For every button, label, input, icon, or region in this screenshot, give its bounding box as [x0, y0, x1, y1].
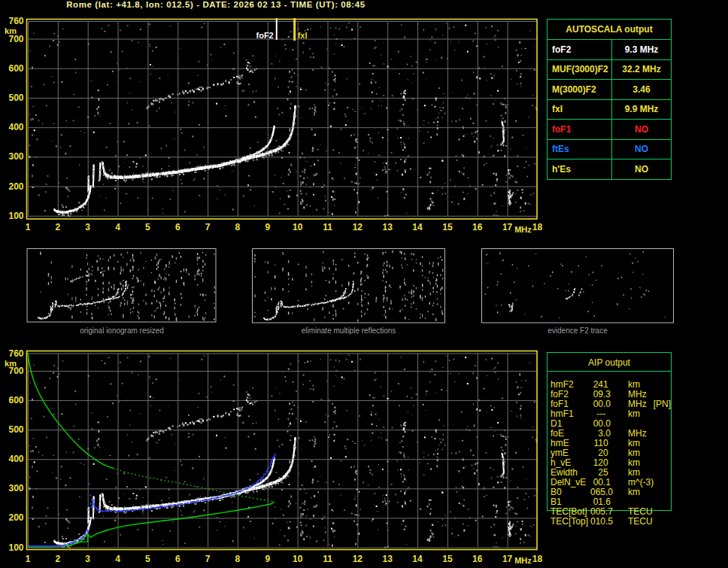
svg-text:7: 7 — [205, 554, 211, 564]
aip-parameter-value: 25 — [590, 467, 611, 478]
aip-parameter-name: hmE — [551, 438, 590, 448]
aip-parameter-value: 09.3 — [590, 389, 611, 399]
svg-text:3: 3 — [85, 222, 90, 232]
foF2-marker-label: foF2 — [256, 31, 274, 40]
aip-parameter-unit: TECU — [611, 506, 653, 517]
svg-text:12: 12 — [353, 222, 363, 232]
svg-text:100: 100 — [8, 542, 23, 553]
aip-parameter-name: ymE — [551, 448, 590, 458]
svg-text:1: 1 — [26, 554, 31, 564]
svg-text:500: 500 — [8, 424, 23, 435]
aip-parameter-unit: km — [611, 457, 640, 468]
fxI-marker-line — [293, 18, 296, 41]
aip-parameter-unit: km — [611, 379, 640, 390]
electron-density-profile — [114, 468, 275, 502]
svg-text:14: 14 — [412, 222, 423, 232]
foF2-value: 9.3 MHz — [612, 40, 671, 59]
svg-text:4: 4 — [115, 222, 120, 232]
fxI-value: 9.9 MHz — [612, 100, 671, 120]
svg-text:7: 7 — [205, 222, 211, 232]
svg-text:14: 14 — [412, 554, 423, 564]
thumbnail-f2_only — [482, 249, 674, 323]
svg-text:6: 6 — [175, 554, 180, 564]
autoscala-table-title: AUTOSCALA output — [548, 20, 671, 40]
autoscala-output-table: AUTOSCALA output foF2 9.3 MHz MUF(3000)F… — [547, 19, 672, 180]
svg-text:8: 8 — [235, 222, 241, 232]
table-row-ftEs: ftEs NO — [548, 140, 671, 160]
aip-parameter-name: foF1 — [551, 399, 590, 409]
thumbnail-no_multiples — [253, 249, 445, 323]
aip-parameter-unit: MHz — [611, 389, 647, 399]
aip-row-h_vE: h_vE120 km — [551, 457, 671, 467]
svg-text:13: 13 — [383, 554, 393, 564]
aip-row-hmF1: hmF1--- km — [551, 409, 671, 418]
svg-text:300: 300 — [8, 483, 23, 494]
svg-text:300: 300 — [8, 151, 23, 162]
svg-text:9: 9 — [265, 222, 270, 232]
foF2-marker-line — [276, 18, 278, 40]
svg-text:5: 5 — [145, 222, 150, 232]
svg-text:16: 16 — [472, 222, 483, 232]
aip-row-D1: D100.0 — [551, 418, 671, 428]
svg-text:600: 600 — [8, 395, 23, 405]
svg-text:16: 16 — [472, 554, 483, 564]
aip-parameter-value: 120 — [590, 457, 611, 468]
aip-parameter-flag: [PN] — [647, 399, 671, 409]
aip-parameter-name: foE — [551, 428, 590, 439]
foF1-value: NO — [612, 120, 671, 139]
aip-parameter-name: h_vE — [551, 457, 590, 468]
ftEs-value: NO — [612, 140, 671, 159]
svg-text:MHz: MHz — [514, 556, 532, 565]
MUF3000F2-label: MUF(3000)F2 — [548, 60, 612, 80]
aip-parameter-name: B1 — [551, 497, 590, 507]
aip-title-separator — [547, 371, 672, 372]
svg-text:6: 6 — [175, 222, 180, 232]
aip-parameter-value: 110 — [590, 438, 611, 448]
aip-row-Ewidth: Ewidth25 km — [551, 467, 671, 477]
svg-text:9: 9 — [265, 554, 270, 564]
aip-row-B0: B0065.0km — [551, 487, 671, 497]
svg-text:12: 12 — [353, 554, 363, 564]
svg-text:200: 200 — [8, 181, 23, 192]
aip-parameter-name: D1 — [551, 418, 590, 429]
table-row-fxI: fxI 9.9 MHz — [548, 100, 671, 120]
svg-text:500: 500 — [8, 93, 23, 103]
foF1-label: foF1 — [548, 120, 612, 139]
aip-parameter-unit: MHz — [611, 428, 647, 439]
aip-parameter-value: --- — [590, 409, 611, 419]
svg-text:10: 10 — [293, 222, 303, 232]
aip-row-foF2: foF209.3MHz — [551, 389, 671, 399]
svg-text:1: 1 — [26, 222, 31, 232]
svg-text:8: 8 — [235, 554, 241, 564]
fxI-label: fxI — [548, 100, 612, 120]
aip-parameter-value: 005.7 — [590, 506, 611, 517]
aip-row-B1: B101.6 — [551, 497, 671, 506]
aip-parameter-unit: km — [611, 467, 640, 478]
fxI-marker-label: fxI — [298, 31, 308, 40]
aip-parameter-name: TEC[Bot] — [551, 506, 590, 517]
aip-parameter-name: TEC[Top] — [551, 516, 590, 527]
top-plot-group: foF2fxI760700600500400300200100km1234567… — [5, 16, 542, 234]
thumbnail-caption-eliminate: eliminate multiple reflections — [252, 327, 445, 336]
aip-parameter-unit: km — [611, 409, 640, 419]
aip-parameter-value: 3.0 — [590, 428, 611, 439]
aip-parameter-unit: km — [611, 438, 640, 448]
aip-row-TECBot: TEC[Bot]005.7TECU — [551, 506, 671, 516]
svg-text:15: 15 — [442, 554, 453, 564]
svg-text:2: 2 — [56, 554, 61, 564]
aip-parameter-value: 065.0 — [590, 487, 611, 497]
aip-parameter-name: Ewidth — [551, 467, 590, 478]
aip-row-hmF2: hmF2241 km — [551, 379, 671, 389]
aip-parameter-name: B0 — [551, 487, 590, 497]
M3000F2-value: 3.46 — [612, 80, 671, 99]
aip-row-hmE: hmE110 km — [551, 438, 671, 448]
aip-parameter-value: 241 — [590, 379, 611, 390]
aip-parameter-unit: km — [611, 487, 640, 497]
aip-parameter-value: 01.6 — [590, 497, 611, 507]
page-title: Rome (lat: +41.8, lon: 012.5) - DATE: 20… — [0, 0, 432, 9]
svg-text:11: 11 — [323, 554, 332, 564]
svg-text:200: 200 — [8, 512, 23, 523]
bottom-ionogram-plot: 760700600500400300200100km12345678910111… — [0, 342, 545, 568]
aip-parameter-unit: MHz — [611, 399, 647, 409]
thumbnail-caption-original: original ionogram resized — [27, 327, 217, 336]
